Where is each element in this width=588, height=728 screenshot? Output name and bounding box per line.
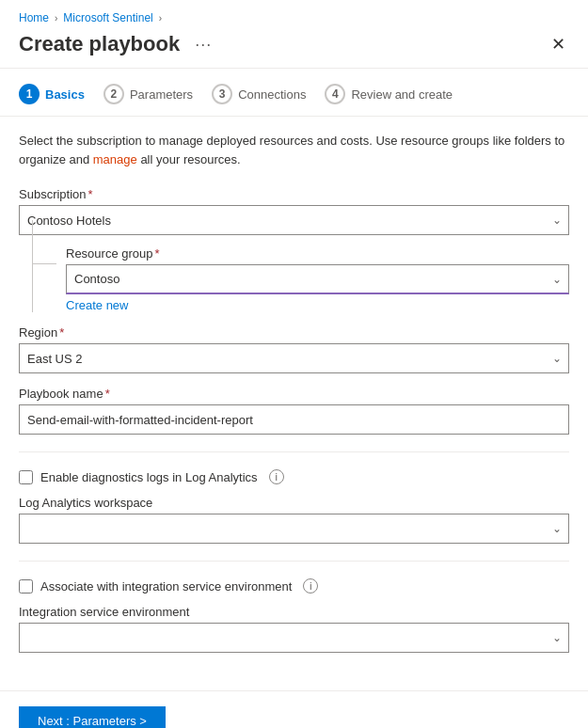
breadcrumb: Home › Microsoft Sentinel › <box>0 0 588 32</box>
log-analytics-select[interactable] <box>19 514 569 544</box>
playbook-name-required: * <box>105 387 110 401</box>
breadcrumb-chevron-1: › <box>55 13 57 24</box>
description-text: Select the subscription to manage deploy… <box>19 132 569 168</box>
playbook-name-section: Playbook name* <box>19 387 569 435</box>
close-button[interactable]: ✕ <box>548 32 569 56</box>
integration-service-select-wrapper: ⌄ <box>19 623 569 653</box>
integration-checkbox[interactable] <box>19 579 33 593</box>
step-connections[interactable]: 3 Connections <box>212 84 306 104</box>
step-2-label: Parameters <box>130 87 193 102</box>
step-3-label: Connections <box>238 87 306 102</box>
step-review[interactable]: 4 Review and create <box>325 84 453 104</box>
step-3-circle: 3 <box>212 84 232 104</box>
integration-service-select[interactable] <box>19 623 569 653</box>
resource-group-label: Resource group* <box>66 246 569 261</box>
integration-service-section: Integration service environment ⌄ <box>19 605 569 653</box>
log-analytics-section: Log Analytics workspace ⌄ <box>19 496 569 544</box>
step-basics[interactable]: 1 Basics <box>19 84 85 104</box>
subscription-select-wrapper: Contoso Hotels ⌄ <box>19 205 569 235</box>
breadcrumb-home[interactable]: Home <box>19 11 49 24</box>
region-label: Region* <box>19 325 569 340</box>
region-select[interactable]: East US 2 <box>19 343 569 373</box>
step-4-circle: 4 <box>325 84 345 104</box>
subscription-select[interactable]: Contoso Hotels <box>19 205 569 235</box>
diagnostics-checkbox-row: Enable diagnostics logs in Log Analytics… <box>19 469 569 484</box>
step-2-circle: 2 <box>103 84 124 104</box>
subscription-label: Subscription* <box>19 187 569 201</box>
wizard-steps: 1 Basics 2 Parameters 3 Connections 4 Re… <box>0 69 588 117</box>
section-divider-2 <box>19 561 569 562</box>
manage-link[interactable]: manage <box>93 152 137 166</box>
diagnostics-label[interactable]: Enable diagnostics logs in Log Analytics <box>40 470 258 484</box>
subscription-group: Subscription* Contoso Hotels ⌄ <box>19 187 569 235</box>
next-button[interactable]: Next : Parameters > <box>19 706 166 728</box>
vertical-connector <box>32 220 33 312</box>
resource-group-select-wrapper: Contoso ⌄ <box>66 264 569 294</box>
main-content: Select the subscription to manage deploy… <box>0 117 588 681</box>
header-left: Create playbook ··· <box>19 32 217 56</box>
resource-group-select[interactable]: Contoso <box>66 264 569 294</box>
playbook-name-label: Playbook name* <box>19 387 569 401</box>
log-analytics-select-wrapper: ⌄ <box>19 514 569 544</box>
subscription-resource-section: Subscription* Contoso Hotels ⌄ Resource … <box>19 187 569 312</box>
page-header: Create playbook ··· ✕ <box>0 32 588 68</box>
rg-required: * <box>155 246 160 261</box>
log-analytics-label: Log Analytics workspace <box>19 496 569 510</box>
page-title: Create playbook <box>19 32 180 56</box>
create-new-link[interactable]: Create new <box>66 298 128 312</box>
diagnostics-info-icon[interactable]: i <box>269 469 284 484</box>
resource-group-container: Resource group* Contoso ⌄ Create new <box>19 246 569 312</box>
integration-info-icon[interactable]: i <box>303 578 318 593</box>
resource-group-row: Resource group* Contoso ⌄ Create new <box>19 246 569 312</box>
ellipsis-button[interactable]: ··· <box>189 33 217 56</box>
breadcrumb-chevron-2: › <box>159 13 162 24</box>
wizard-footer: Next : Parameters > <box>0 690 588 728</box>
step-1-circle: 1 <box>19 84 40 104</box>
subscription-row: Subscription* Contoso Hotels ⌄ <box>19 187 569 235</box>
integration-service-label: Integration service environment <box>19 605 569 619</box>
diagnostics-checkbox[interactable] <box>19 470 33 484</box>
integration-checkbox-row: Associate with integration service envir… <box>19 578 569 593</box>
region-required: * <box>59 325 64 340</box>
integration-label[interactable]: Associate with integration service envir… <box>40 579 292 593</box>
breadcrumb-sentinel[interactable]: Microsoft Sentinel <box>63 11 152 24</box>
step-4-label: Review and create <box>351 87 453 102</box>
step-parameters[interactable]: 2 Parameters <box>103 84 193 104</box>
playbook-name-input[interactable] <box>19 404 569 435</box>
subscription-required: * <box>88 187 93 201</box>
step-1-label: Basics <box>45 87 85 102</box>
region-section: Region* East US 2 ⌄ <box>19 325 569 373</box>
region-select-wrapper: East US 2 ⌄ <box>19 343 569 373</box>
horizontal-connector <box>32 263 56 264</box>
section-divider-1 <box>19 451 569 452</box>
